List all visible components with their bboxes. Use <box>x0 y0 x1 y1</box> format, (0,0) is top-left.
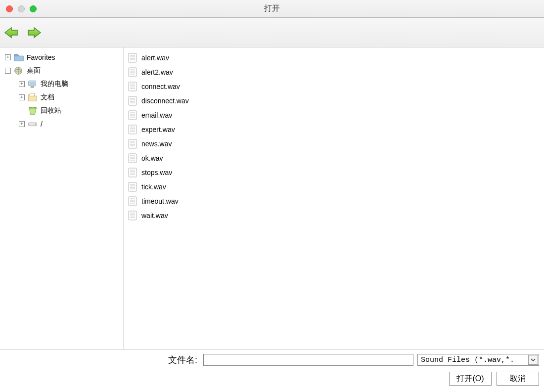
file-item-label: expert.wav <box>141 126 175 133</box>
expand-icon[interactable]: + <box>19 81 25 87</box>
file-item-label: timeout.wav <box>141 197 179 205</box>
back-button[interactable] <box>4 27 19 39</box>
file-icon <box>127 152 138 164</box>
tree-item-label: 我的电脑 <box>41 80 68 88</box>
file-item[interactable]: expert.wav <box>126 122 542 136</box>
file-icon <box>127 109 138 121</box>
file-icon <box>127 181 138 193</box>
window-title: 打开 <box>264 3 280 14</box>
file-icon <box>127 138 138 150</box>
file-item-label: alert.wav <box>141 54 169 62</box>
tree-item-label: Favorites <box>27 53 55 61</box>
file-item-label: news.wav <box>141 140 172 148</box>
file-icon <box>127 66 138 78</box>
file-item[interactable]: timeout.wav <box>126 194 542 208</box>
filetype-label: Sound Files (*.wav,*. <box>421 356 514 364</box>
file-icon <box>127 81 138 92</box>
main-area: +Favorites-桌面+我的电脑+文档回收站+/ alert.wavaler… <box>0 47 544 349</box>
file-item-label: alert2.wav <box>141 68 173 76</box>
file-item-label: connect.wav <box>141 83 180 90</box>
toolbar <box>0 18 544 47</box>
expander-spacer <box>19 108 25 114</box>
file-icon <box>127 195 138 207</box>
computer-icon <box>27 79 39 89</box>
desktop-globe-icon <box>13 65 25 76</box>
file-icon <box>127 210 138 221</box>
file-item[interactable]: ok.wav <box>126 151 542 165</box>
file-icon <box>127 124 138 135</box>
file-item[interactable]: alert.wav <box>126 50 542 65</box>
file-item-label: wait.wav <box>141 212 168 219</box>
drive-icon <box>27 119 39 130</box>
documents-icon <box>27 92 39 103</box>
tree-item[interactable]: 回收站 <box>2 104 121 117</box>
folder-tree[interactable]: +Favorites-桌面+我的电脑+文档回收站+/ <box>0 47 124 349</box>
tree-item[interactable]: +Favorites <box>2 50 121 64</box>
chevron-down-icon[interactable] <box>528 355 538 365</box>
folder-icon <box>13 52 25 63</box>
file-icon <box>127 52 138 64</box>
file-item[interactable]: email.wav <box>126 108 542 122</box>
tree-item[interactable]: +我的电脑 <box>2 77 121 90</box>
file-item[interactable]: connect.wav <box>126 79 542 93</box>
file-icon <box>127 95 138 107</box>
file-icon <box>127 167 138 178</box>
titlebar: 打开 <box>0 0 544 18</box>
button-row: 打开(O) 取消 <box>5 372 539 386</box>
tree-item[interactable]: +/ <box>2 117 121 131</box>
file-item[interactable]: disconnect.wav <box>126 93 542 108</box>
file-item[interactable]: stops.wav <box>126 165 542 179</box>
open-button[interactable]: 打开(O) <box>449 372 492 386</box>
expand-icon[interactable]: + <box>19 121 25 127</box>
tree-item[interactable]: -桌面 <box>2 64 121 77</box>
file-item-label: ok.wav <box>141 154 163 162</box>
tree-item-label: / <box>41 120 43 128</box>
cancel-button[interactable]: 取消 <box>497 372 539 386</box>
traffic-lights <box>6 5 37 12</box>
tree-item-label: 桌面 <box>27 66 41 75</box>
filename-input[interactable] <box>203 354 413 366</box>
minimize-window-icon <box>18 5 25 12</box>
filename-label: 文件名: <box>168 354 197 366</box>
close-window-icon[interactable] <box>6 5 13 12</box>
expand-icon[interactable]: + <box>19 94 25 100</box>
bottom-panel: 文件名: Sound Files (*.wav,*. 打开(O) 取消 <box>0 349 544 392</box>
recycle-icon <box>27 105 39 116</box>
file-item-label: disconnect.wav <box>141 97 189 105</box>
tree-item-label: 回收站 <box>41 106 61 115</box>
file-item[interactable]: alert2.wav <box>126 65 542 79</box>
expand-icon[interactable]: + <box>5 54 11 60</box>
file-item[interactable]: tick.wav <box>126 179 542 194</box>
file-item-label: email.wav <box>141 111 172 119</box>
forward-button[interactable] <box>27 27 42 39</box>
tree-item[interactable]: +文档 <box>2 90 121 104</box>
file-item-label: tick.wav <box>141 183 166 191</box>
filename-row: 文件名: Sound Files (*.wav,*. <box>5 354 539 366</box>
tree-item-label: 文档 <box>41 93 54 102</box>
filetype-select[interactable]: Sound Files (*.wav,*. <box>417 354 539 366</box>
file-item[interactable]: wait.wav <box>126 208 542 222</box>
file-list[interactable]: alert.wavalert2.wavconnect.wavdisconnect… <box>124 47 544 349</box>
collapse-icon[interactable]: - <box>5 68 11 74</box>
file-item-label: stops.wav <box>141 169 172 176</box>
file-item[interactable]: news.wav <box>126 136 542 151</box>
maximize-window-icon[interactable] <box>30 5 37 12</box>
